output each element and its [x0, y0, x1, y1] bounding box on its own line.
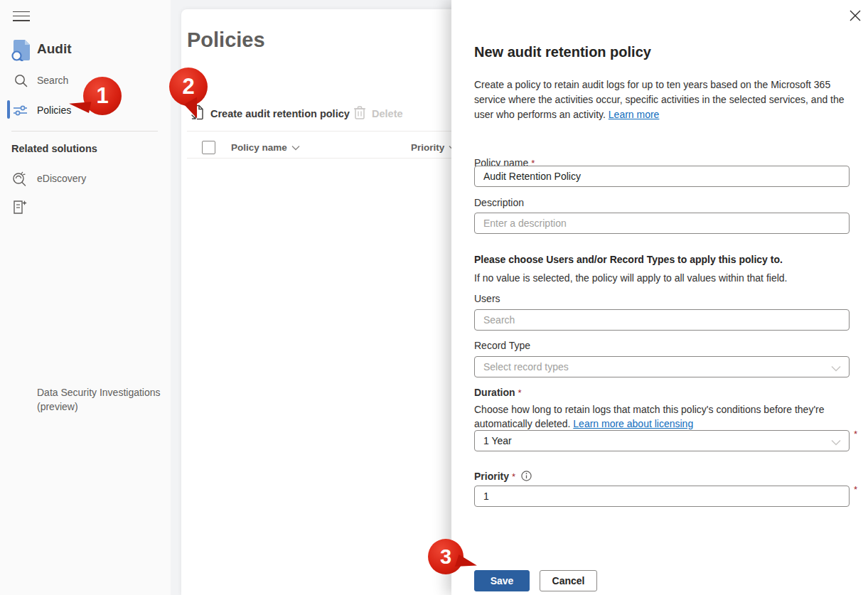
cancel-button-label: Cancel — [552, 575, 585, 586]
policy-name-column-label: Policy name — [231, 142, 287, 153]
column-header-priority[interactable]: Priority — [411, 142, 457, 153]
cancel-button[interactable]: Cancel — [540, 570, 597, 591]
required-asterisk: * — [854, 429, 857, 439]
toolbar-divider — [187, 131, 451, 132]
trash-icon — [353, 105, 366, 122]
callout-1-number: 1 — [96, 83, 108, 109]
hamburger-menu-icon[interactable] — [13, 8, 30, 22]
page-title: Policies — [187, 28, 265, 52]
create-button-label: Create audit retention policy — [210, 108, 350, 119]
table-header-divider — [187, 158, 451, 159]
policies-sliders-icon — [13, 104, 28, 120]
info-icon[interactable] — [521, 472, 532, 483]
sidebar-item-policies-label: Policies — [37, 104, 71, 116]
delete-button-label: Delete — [372, 108, 403, 119]
description-label: Description — [474, 197, 524, 208]
required-asterisk: * — [518, 387, 521, 398]
app-title: Audit — [37, 41, 72, 57]
save-button-label: Save — [491, 575, 514, 586]
save-button[interactable]: Save — [474, 570, 530, 591]
chevron-down-icon — [291, 142, 300, 153]
close-icon[interactable] — [847, 8, 863, 23]
choose-users-subtext: If no value is selected, the policy will… — [474, 272, 787, 284]
learn-more-link[interactable]: Learn more — [609, 109, 660, 120]
data-security-investigations-icon — [11, 199, 28, 218]
sidebar-item-data-security-investigations[interactable]: Data Security Investigations (preview) — [0, 192, 171, 225]
search-icon — [14, 74, 28, 90]
sidebar-divider — [11, 131, 158, 132]
record-type-label: Record Type — [474, 340, 530, 351]
choose-users-heading: Please choose Users and/or Record Types … — [474, 254, 783, 265]
callout-3-number: 3 — [440, 545, 451, 569]
selected-indicator-bar — [7, 100, 10, 119]
description-input[interactable] — [474, 213, 850, 234]
chevron-down-icon — [831, 362, 841, 375]
audit-app-icon — [11, 38, 33, 64]
sidebar-item-ediscovery-label: eDiscovery — [37, 173, 86, 184]
create-audit-retention-policy-button[interactable]: Create audit retention policy — [191, 104, 350, 124]
ediscovery-icon — [11, 171, 28, 190]
required-asterisk: * — [854, 484, 857, 495]
panel-intro-text: Create a policy to retain audit logs for… — [474, 77, 852, 122]
policy-name-input[interactable] — [474, 166, 850, 187]
duration-label-text: Duration — [474, 387, 515, 398]
priority-column-label: Priority — [411, 142, 444, 153]
chevron-down-icon — [831, 436, 841, 449]
column-header-policy-name[interactable]: Policy name — [231, 142, 300, 153]
related-solutions-heading: Related solutions — [11, 143, 97, 154]
record-type-dropdown[interactable] — [474, 356, 850, 377]
priority-label: Priority * — [474, 471, 532, 483]
duration-description: Choose how long to retain logs that matc… — [474, 403, 852, 431]
duration-dropdown[interactable] — [474, 430, 850, 451]
users-search-input[interactable] — [474, 309, 850, 331]
priority-input[interactable] — [474, 486, 850, 507]
sidebar-item-search-label: Search — [37, 75, 68, 86]
priority-label-text: Priority — [474, 471, 509, 482]
users-label: Users — [474, 293, 500, 304]
select-all-checkbox[interactable] — [202, 141, 215, 154]
sidebar-item-ediscovery[interactable]: eDiscovery — [0, 169, 171, 191]
callout-3-badge: 3 — [428, 539, 464, 574]
panel-title: New audit retention policy — [474, 44, 651, 60]
learn-more-licensing-link[interactable]: Learn more about licensing — [573, 418, 693, 429]
delete-button[interactable]: Delete — [353, 104, 403, 124]
callout-1-badge: 1 — [83, 77, 122, 115]
duration-label: Duration * — [474, 387, 522, 398]
callout-2-badge: 2 — [169, 68, 208, 106]
sidebar-item-data-security-investigations-label: Data Security Investigations (preview) — [37, 385, 164, 414]
required-asterisk: * — [512, 471, 515, 482]
callout-2-number: 2 — [182, 74, 194, 100]
